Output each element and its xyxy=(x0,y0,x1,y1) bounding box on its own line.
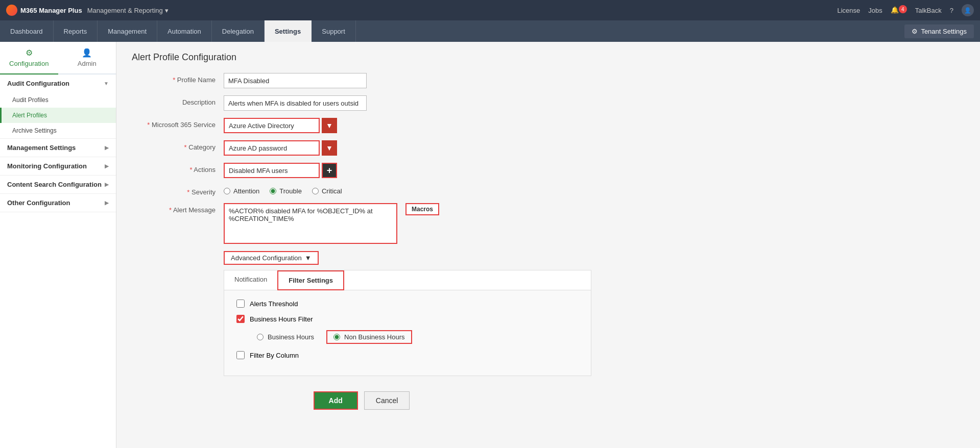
microsoft365-service-wrapper: ▼ xyxy=(224,118,337,133)
profile-name-input[interactable] xyxy=(224,73,367,88)
notification-badge: 4 xyxy=(899,5,907,13)
microsoft365-service-dropdown-button[interactable]: ▼ xyxy=(322,118,337,133)
add-button[interactable]: Add xyxy=(314,391,358,410)
alerts-threshold-row: Alerts Threshold xyxy=(236,300,579,308)
alerts-threshold-checkbox[interactable] xyxy=(236,300,245,308)
advanced-configuration-toggle[interactable]: Advanced Configuration ▼ xyxy=(224,251,319,265)
actions-label: Actions xyxy=(132,163,224,173)
monitoring-configuration-header[interactable]: Monitoring Configuration ▶ xyxy=(0,157,116,175)
sidebar-section-audit-configuration: Audit Configuration ▼ Audit Profiles Ale… xyxy=(0,74,116,139)
description-label: Description xyxy=(132,95,224,106)
macros-button[interactable]: Macros xyxy=(405,203,439,215)
sidebar-tab-admin[interactable]: 👤 Admin xyxy=(58,42,116,73)
admin-icon: 👤 xyxy=(82,48,92,58)
business-hours-sub-options: Business Hours Non Business Hours xyxy=(257,330,579,344)
description-row: Description xyxy=(132,95,591,111)
config-tab-notification[interactable]: Notification xyxy=(224,270,277,290)
management-settings-header[interactable]: Management Settings ▶ xyxy=(0,139,116,157)
category-dropdown-button[interactable]: ▼ xyxy=(322,140,337,156)
advanced-config-wrapper: Advanced Configuration ▼ Notification Fi… xyxy=(224,251,591,376)
jobs-link[interactable]: Jobs xyxy=(868,7,882,14)
alert-message-wrapper: %ACTOR% disabled MFA for %OBJECT_ID% at … xyxy=(224,203,439,244)
tenant-settings-button[interactable]: ⚙ Tenant Settings xyxy=(904,24,974,38)
tab-delegation[interactable]: Delegation xyxy=(212,20,265,42)
profile-name-row: Profile Name xyxy=(132,73,591,88)
sidebar-section-content-search-configuration: Content Search Configuration ▶ xyxy=(0,176,116,194)
top-nav-subtitle[interactable]: Management & Reporting ▾ xyxy=(87,7,169,14)
category-label: Category xyxy=(132,140,224,151)
profile-name-label: Profile Name xyxy=(132,73,224,84)
tab-dashboard[interactable]: Dashboard xyxy=(0,20,54,42)
filter-by-column-checkbox[interactable] xyxy=(236,351,245,359)
sidebar-section-other-configuration: Other Configuration ▶ xyxy=(0,194,116,212)
tab-automation[interactable]: Automation xyxy=(157,20,212,42)
sidebar-section-management-settings: Management Settings ▶ xyxy=(0,139,116,157)
topbar: M365 Manager Plus Management & Reporting… xyxy=(0,0,980,20)
page-title: Alert Profile Configuration xyxy=(132,52,965,63)
main-layout: ⚙ Configuration 👤 Admin Audit Configurat… xyxy=(0,42,980,448)
actions-wrapper: + xyxy=(224,163,337,178)
non-business-hours-option[interactable]: Non Business Hours xyxy=(333,333,405,341)
topbar-right: License Jobs 🔔4 TalkBack ? 👤 xyxy=(837,4,974,16)
business-hours-filter-row: Business Hours Filter xyxy=(236,315,579,323)
sidebar-item-archive-settings[interactable]: Archive Settings xyxy=(0,123,116,138)
non-business-hours-option-wrapper: Non Business Hours xyxy=(326,330,412,344)
content-search-configuration-header[interactable]: Content Search Configuration ▶ xyxy=(0,176,116,193)
actions-row: Actions + xyxy=(132,163,591,178)
main-content: Alert Profile Configuration Profile Name… xyxy=(116,42,980,448)
sidebar: ⚙ Configuration 👤 Admin Audit Configurat… xyxy=(0,42,116,448)
gear-icon: ⚙ xyxy=(912,28,918,35)
user-avatar[interactable]: 👤 xyxy=(962,4,974,16)
talkback-link[interactable]: TalkBack xyxy=(915,7,942,14)
filter-by-column-row: Filter By Column xyxy=(236,351,579,359)
sidebar-tab-configuration[interactable]: ⚙ Configuration xyxy=(0,42,58,74)
chevron-right-icon-2: ▶ xyxy=(105,163,109,169)
severity-critical[interactable]: Critical xyxy=(312,187,342,195)
severity-row: Severity Attention Trouble Critical xyxy=(132,185,591,196)
business-hours-filter-label: Business Hours Filter xyxy=(250,315,313,323)
microsoft365-service-row: Microsoft 365 Service ▼ xyxy=(132,118,591,133)
alert-profile-form: Profile Name Description Microsoft 365 S… xyxy=(132,73,591,410)
severity-label: Severity xyxy=(132,185,224,196)
business-hours-option[interactable]: Business Hours xyxy=(257,333,314,341)
category-input[interactable] xyxy=(224,140,320,156)
severity-options: Attention Trouble Critical xyxy=(224,185,342,195)
chevron-down-icon: ▼ xyxy=(104,81,109,86)
severity-attention[interactable]: Attention xyxy=(224,187,259,195)
filter-by-column-label: Filter By Column xyxy=(250,352,299,359)
cancel-button[interactable]: Cancel xyxy=(364,391,410,410)
business-hours-filter-checkbox[interactable] xyxy=(236,315,245,323)
sidebar-tabs: ⚙ Configuration 👤 Admin xyxy=(0,42,116,74)
chevron-right-icon-4: ▶ xyxy=(105,200,109,206)
chevron-right-icon-3: ▶ xyxy=(105,182,109,187)
actions-add-button[interactable]: + xyxy=(322,163,337,178)
notification-bell[interactable]: 🔔4 xyxy=(891,6,907,15)
app-name: M365 Manager Plus xyxy=(20,7,82,14)
app-logo: M365 Manager Plus xyxy=(6,5,82,16)
description-input[interactable] xyxy=(224,95,367,111)
sidebar-item-alert-profiles[interactable]: Alert Profiles xyxy=(0,108,116,123)
logo-icon xyxy=(6,5,17,16)
chevron-right-icon: ▶ xyxy=(105,145,109,151)
tab-settings[interactable]: Settings xyxy=(265,20,312,42)
microsoft365-service-input[interactable] xyxy=(224,118,320,133)
tab-management[interactable]: Management xyxy=(98,20,157,42)
sidebar-item-audit-profiles[interactable]: Audit Profiles xyxy=(0,92,116,108)
severity-trouble[interactable]: Trouble xyxy=(270,187,302,195)
microsoft365-service-label: Microsoft 365 Service xyxy=(132,118,224,129)
audit-configuration-header[interactable]: Audit Configuration ▼ xyxy=(0,74,116,92)
license-link[interactable]: License xyxy=(837,7,860,14)
tab-support[interactable]: Support xyxy=(312,20,356,42)
actions-input[interactable] xyxy=(224,163,320,178)
tab-reports[interactable]: Reports xyxy=(54,20,98,42)
other-configuration-header[interactable]: Other Configuration ▶ xyxy=(0,194,116,212)
nav-tabs: Dashboard Reports Management Automation … xyxy=(0,20,980,42)
footer-buttons: Add Cancel xyxy=(132,391,591,410)
alert-message-row: Alert Message %ACTOR% disabled MFA for %… xyxy=(132,203,591,244)
filter-settings-content: Alerts Threshold Business Hours Filter B… xyxy=(224,290,591,376)
config-tabs: Notification Filter Settings xyxy=(224,270,591,290)
configuration-icon: ⚙ xyxy=(26,48,33,58)
help-icon[interactable]: ? xyxy=(950,7,953,14)
config-tab-filter-settings[interactable]: Filter Settings xyxy=(277,270,344,290)
alert-message-textarea[interactable]: %ACTOR% disabled MFA for %OBJECT_ID% at … xyxy=(224,203,397,244)
